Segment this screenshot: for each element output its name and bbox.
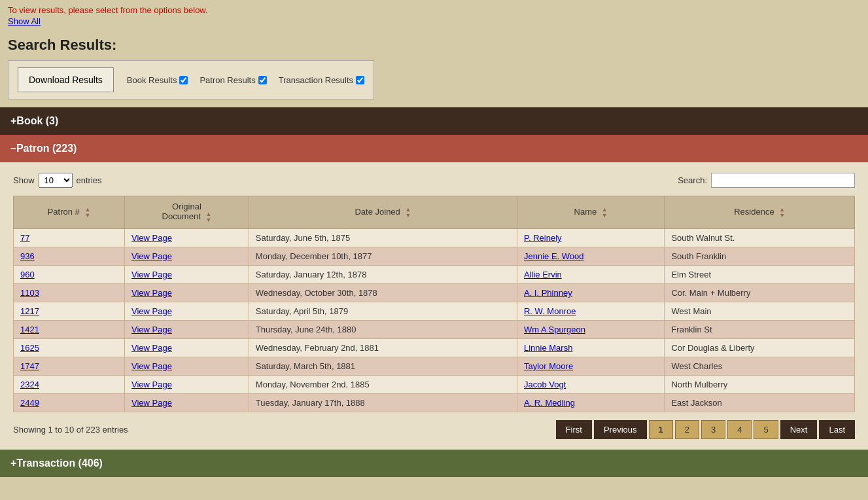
date-joined-cell: Thursday, June 24th, 1880 bbox=[249, 321, 517, 339]
name-link[interactable]: R. W. Monroe bbox=[524, 306, 576, 316]
name-link[interactable]: Jacob Vogt bbox=[524, 380, 566, 389]
table-row: 1421 View Page Thursday, June 24th, 1880… bbox=[14, 321, 855, 339]
book-results-label: Book Results bbox=[127, 75, 177, 85]
view-page-link[interactable]: View Page bbox=[131, 361, 172, 371]
entries-select[interactable]: 10 25 50 100 bbox=[39, 173, 73, 188]
patron-num-link[interactable]: 936 bbox=[20, 251, 35, 261]
date-joined-cell: Saturday, June 5th, 1875 bbox=[249, 229, 517, 247]
previous-button[interactable]: Previous bbox=[594, 420, 647, 439]
patron-num-link[interactable]: 77 bbox=[20, 233, 29, 243]
name-link[interactable]: A. I. Phinney bbox=[524, 288, 572, 298]
view-page-link[interactable]: View Page bbox=[131, 380, 172, 389]
col-residence[interactable]: Residence ▲▼ bbox=[665, 196, 855, 229]
col-original-doc[interactable]: OriginalDocument ▲▼ bbox=[125, 196, 249, 229]
date-joined-cell: Wednesday, October 30th, 1878 bbox=[249, 284, 517, 302]
book-results-checkbox-item: Book Results bbox=[127, 75, 188, 85]
patron-num-link[interactable]: 1421 bbox=[20, 325, 39, 334]
page-1-button[interactable]: 1 bbox=[649, 420, 673, 439]
view-page-link[interactable]: View Page bbox=[131, 233, 172, 243]
last-button[interactable]: Last bbox=[819, 420, 855, 439]
patron-num-cell: 2324 bbox=[14, 376, 125, 394]
table-row: 1217 View Page Saturday, April 5th, 1879… bbox=[14, 302, 855, 321]
residence-cell: West Charles bbox=[665, 357, 855, 376]
page-2-button[interactable]: 2 bbox=[675, 420, 699, 439]
patron-num-link[interactable]: 960 bbox=[20, 270, 35, 279]
table-row: 1625 View Page Wednesday, February 2nd, … bbox=[14, 339, 855, 357]
residence-cell: East Jackson bbox=[665, 394, 855, 412]
name-cell: Jacob Vogt bbox=[517, 376, 664, 394]
table-row: 2449 View Page Tuesday, January 17th, 18… bbox=[14, 394, 855, 412]
view-page-link[interactable]: View Page bbox=[131, 325, 172, 334]
first-button[interactable]: First bbox=[556, 420, 592, 439]
col-name[interactable]: Name ▲▼ bbox=[517, 196, 664, 229]
patron-content: Show 10 25 50 100 entries Search: Patron… bbox=[0, 162, 868, 450]
showing-info: Showing 1 to 10 of 223 entries bbox=[13, 425, 128, 435]
patron-num-link[interactable]: 1747 bbox=[20, 361, 39, 371]
name-link[interactable]: Taylor Moore bbox=[524, 361, 573, 371]
residence-cell: Franklin St bbox=[665, 321, 855, 339]
show-all-link[interactable]: Show All bbox=[0, 16, 868, 31]
view-page-link[interactable]: View Page bbox=[131, 306, 172, 316]
view-page-link[interactable]: View Page bbox=[131, 398, 172, 408]
date-joined-cell: Wednesday, February 2nd, 1881 bbox=[249, 339, 517, 357]
date-joined-sort-icon: ▲▼ bbox=[405, 207, 411, 219]
patron-num-cell: 1103 bbox=[14, 284, 125, 302]
view-page-link[interactable]: View Page bbox=[131, 270, 172, 279]
search-label: Search: bbox=[678, 175, 707, 185]
date-joined-cell: Saturday, April 5th, 1879 bbox=[249, 302, 517, 321]
table-row: 936 View Page Monday, December 10th, 187… bbox=[14, 247, 855, 266]
name-link[interactable]: Jennie E. Wood bbox=[524, 251, 584, 261]
toolbar: Download Results Book Results Patron Res… bbox=[8, 60, 374, 99]
original-doc-sort-icon: ▲▼ bbox=[205, 211, 211, 223]
view-page-cell: View Page bbox=[125, 247, 249, 266]
download-results-button[interactable]: Download Results bbox=[18, 67, 114, 92]
patron-num-link[interactable]: 2324 bbox=[20, 380, 39, 389]
table-row: 1103 View Page Wednesday, October 30th, … bbox=[14, 284, 855, 302]
page-3-button[interactable]: 3 bbox=[701, 420, 725, 439]
patron-num-sort-icon: ▲▼ bbox=[84, 207, 90, 219]
page-title: Search Results: bbox=[0, 31, 868, 60]
next-button[interactable]: Next bbox=[780, 420, 818, 439]
view-page-link[interactable]: View Page bbox=[131, 251, 172, 261]
name-link[interactable]: A. R. Medling bbox=[524, 398, 575, 408]
checkbox-group: Book Results Patron Results Transaction … bbox=[127, 75, 364, 85]
name-cell: A. I. Phinney bbox=[517, 284, 664, 302]
name-cell: Linnie Marsh bbox=[517, 339, 664, 357]
patron-num-link[interactable]: 1103 bbox=[20, 288, 39, 298]
table-row: 1747 View Page Saturday, March 5th, 1881… bbox=[14, 357, 855, 376]
view-page-link[interactable]: View Page bbox=[131, 343, 172, 353]
patron-num-link[interactable]: 1625 bbox=[20, 343, 39, 353]
view-page-cell: View Page bbox=[125, 229, 249, 247]
page-4-button[interactable]: 4 bbox=[727, 420, 752, 439]
patron-num-link[interactable]: 2449 bbox=[20, 398, 39, 408]
residence-cell: Cor Douglas & Liberty bbox=[665, 339, 855, 357]
page-5-button[interactable]: 5 bbox=[754, 420, 778, 439]
name-sort-icon: ▲▼ bbox=[602, 207, 608, 219]
transaction-results-checkbox-item: Transaction Results bbox=[279, 75, 364, 85]
name-link[interactable]: P. Reinely bbox=[524, 233, 562, 243]
col-date-joined[interactable]: Date Joined ▲▼ bbox=[249, 196, 517, 229]
book-section-header[interactable]: +Book (3) bbox=[0, 107, 868, 135]
pagination: First Previous 1 2 3 4 5 Next Last bbox=[556, 420, 855, 439]
name-link[interactable]: Allie Ervin bbox=[524, 270, 562, 279]
col-patron-num[interactable]: Patron # ▲▼ bbox=[14, 196, 125, 229]
name-cell: P. Reinely bbox=[517, 229, 664, 247]
date-joined-cell: Saturday, March 5th, 1881 bbox=[249, 357, 517, 376]
name-link[interactable]: Linnie Marsh bbox=[524, 343, 572, 353]
patron-section-header[interactable]: –Patron (223) bbox=[0, 135, 868, 162]
view-page-link[interactable]: View Page bbox=[131, 288, 172, 298]
residence-cell: South Franklin bbox=[665, 247, 855, 266]
book-results-checkbox[interactable] bbox=[179, 76, 188, 84]
name-cell: Allie Ervin bbox=[517, 266, 664, 284]
view-page-cell: View Page bbox=[125, 376, 249, 394]
transaction-section-header[interactable]: +Transaction (406) bbox=[0, 450, 868, 477]
name-cell: Taylor Moore bbox=[517, 357, 664, 376]
transaction-results-checkbox[interactable] bbox=[356, 76, 364, 84]
show-label: Show bbox=[13, 175, 35, 185]
patron-num-cell: 1625 bbox=[14, 339, 125, 357]
patron-num-link[interactable]: 1217 bbox=[20, 306, 39, 316]
patron-table: Patron # ▲▼ OriginalDocument ▲▼ Date Joi… bbox=[13, 196, 855, 412]
search-input[interactable] bbox=[711, 173, 855, 188]
name-link[interactable]: Wm A Spurgeon bbox=[524, 325, 585, 334]
patron-results-checkbox[interactable] bbox=[258, 76, 267, 84]
